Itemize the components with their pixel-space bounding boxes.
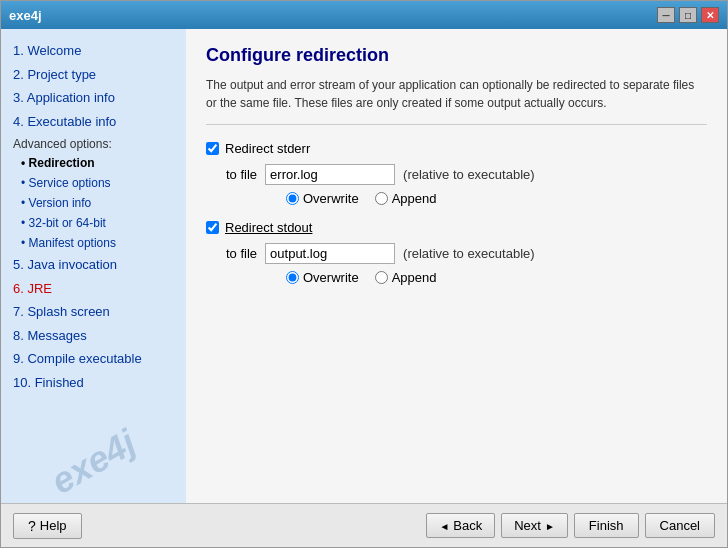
stdout-append-radio[interactable] (375, 271, 388, 284)
sidebar-item-service-options[interactable]: • Service options (9, 173, 178, 193)
stderr-section: Redirect stderr to file (relative to exe… (206, 141, 707, 206)
stderr-radio-row: Overwrite Append (286, 191, 707, 206)
sidebar-item-compile-executable[interactable]: 9. Compile executable (9, 347, 178, 371)
main-content: Configure redirection The output and err… (186, 29, 727, 503)
next-arrow-icon (545, 518, 555, 533)
help-button[interactable]: ? Help (13, 513, 82, 539)
bottom-right-buttons: Back Next Finish Cancel (426, 513, 715, 538)
window-title: exe4j (9, 8, 42, 23)
sidebar-item-redirection[interactable]: • Redirection (9, 153, 178, 173)
sidebar-item-welcome[interactable]: 1. Welcome (9, 39, 178, 63)
stderr-append-radio[interactable] (375, 192, 388, 205)
stdout-file-row: to file (relative to executable) (226, 243, 707, 264)
title-bar: exe4j ─ □ ✕ (1, 1, 727, 29)
sidebar-item-executable-info[interactable]: 4. Executable info (9, 110, 178, 134)
redirect-stdout-label[interactable]: Redirect stdout (225, 220, 312, 235)
stderr-append-label[interactable]: Append (392, 191, 437, 206)
redirect-stdout-checkbox[interactable] (206, 221, 219, 234)
stdout-file-input[interactable] (265, 243, 395, 264)
next-button[interactable]: Next (501, 513, 568, 538)
stdout-overwrite-label[interactable]: Overwrite (303, 270, 359, 285)
sidebar: 1. Welcome 2. Project type 3. Applicatio… (1, 29, 186, 503)
stderr-checkbox-row: Redirect stderr (206, 141, 707, 156)
minimize-button[interactable]: ─ (657, 7, 675, 23)
back-arrow-icon (439, 518, 449, 533)
finish-label: Finish (589, 518, 624, 533)
bottom-bar: ? Help Back Next Finish Cancel (1, 503, 727, 547)
cancel-button[interactable]: Cancel (645, 513, 715, 538)
stdout-overwrite-radio[interactable] (286, 271, 299, 284)
main-window: exe4j ─ □ ✕ 1. Welcome 2. Project type 3… (0, 0, 728, 548)
redirect-stderr-checkbox[interactable] (206, 142, 219, 155)
maximize-button[interactable]: □ (679, 7, 697, 23)
help-icon: ? (28, 518, 36, 534)
stderr-overwrite-radio[interactable] (286, 192, 299, 205)
close-button[interactable]: ✕ (701, 7, 719, 23)
sidebar-item-32-64-bit[interactable]: • 32-bit or 64-bit (9, 213, 178, 233)
sidebar-item-finished[interactable]: 10. Finished (9, 371, 178, 395)
finish-button[interactable]: Finish (574, 513, 639, 538)
stderr-file-label: to file (226, 167, 257, 182)
next-label: Next (514, 518, 541, 533)
page-title: Configure redirection (206, 45, 707, 66)
stderr-overwrite-label[interactable]: Overwrite (303, 191, 359, 206)
stderr-file-row: to file (relative to executable) (226, 164, 707, 185)
page-description: The output and error stream of your appl… (206, 76, 707, 125)
stdout-append-label[interactable]: Append (392, 270, 437, 285)
window-controls: ─ □ ✕ (657, 7, 719, 23)
stderr-append-option[interactable]: Append (375, 191, 437, 206)
stdout-overwrite-option[interactable]: Overwrite (286, 270, 359, 285)
redirect-stderr-label[interactable]: Redirect stderr (225, 141, 310, 156)
sidebar-item-messages[interactable]: 8. Messages (9, 324, 178, 348)
stdout-file-label: to file (226, 246, 257, 261)
sidebar-item-application-info[interactable]: 3. Application info (9, 86, 178, 110)
sidebar-item-manifest-options[interactable]: • Manifest options (9, 233, 178, 253)
cancel-label: Cancel (660, 518, 700, 533)
back-button[interactable]: Back (426, 513, 495, 538)
sidebar-item-version-info[interactable]: • Version info (9, 193, 178, 213)
stderr-overwrite-option[interactable]: Overwrite (286, 191, 359, 206)
stdout-radio-row: Overwrite Append (286, 270, 707, 285)
advanced-options-label: Advanced options: (9, 133, 178, 153)
stdout-section: Redirect stdout to file (relative to exe… (206, 220, 707, 285)
sidebar-item-splash-screen[interactable]: 7. Splash screen (9, 300, 178, 324)
help-label: Help (40, 518, 67, 533)
stdout-append-option[interactable]: Append (375, 270, 437, 285)
stderr-file-input[interactable] (265, 164, 395, 185)
stdout-checkbox-row: Redirect stdout (206, 220, 707, 235)
watermark: exe4j (3, 398, 184, 503)
sidebar-item-project-type[interactable]: 2. Project type (9, 63, 178, 87)
stderr-relative-label: (relative to executable) (403, 167, 535, 182)
back-label: Back (453, 518, 482, 533)
stdout-relative-label: (relative to executable) (403, 246, 535, 261)
sidebar-item-jre[interactable]: 6. JRE (9, 277, 178, 301)
sidebar-item-java-invocation[interactable]: 5. Java invocation (9, 253, 178, 277)
bottom-left-buttons: ? Help (13, 513, 82, 539)
content-area: 1. Welcome 2. Project type 3. Applicatio… (1, 29, 727, 503)
